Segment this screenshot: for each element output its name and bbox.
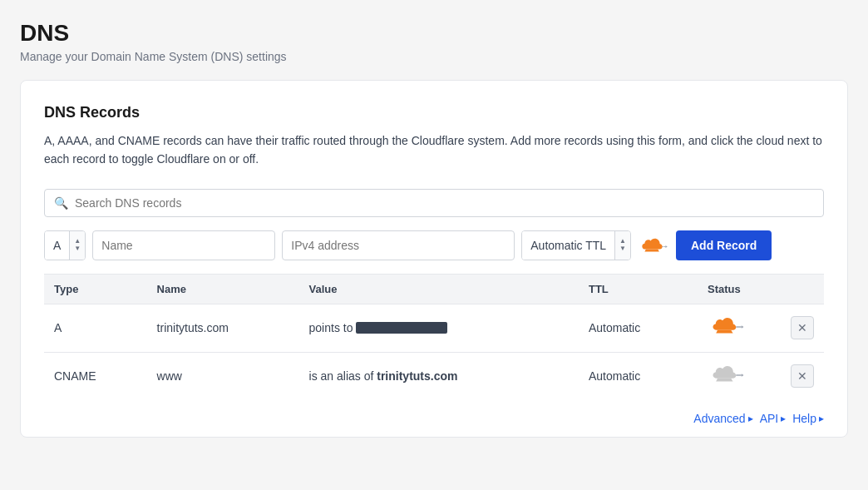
table-row: CNAMEwwwis an alias of trinitytuts.comAu… [44,352,824,400]
col-type: Type [44,274,147,304]
cell-type: CNAME [44,352,147,400]
delete-button[interactable]: ✕ [791,364,814,388]
cell-ttl: Automatic [579,304,698,352]
advanced-label: Advanced [693,412,745,425]
search-wrapper: 🔍 [44,189,824,217]
cell-name: www [147,352,299,400]
advanced-arrow: ▸ [748,413,753,424]
col-status: Status [698,274,781,304]
cell-name: trinitytuts.com [147,304,299,352]
help-link[interactable]: Help ▸ [792,412,824,425]
delete-button[interactable]: ✕ [791,316,814,339]
svg-marker-5 [742,374,744,377]
ttl-value: Automatic TTL [522,231,614,260]
card-description: A, AAAA, and CNAME records can have thei… [44,131,824,169]
proxy-cloud-toggle[interactable] [638,236,669,255]
dns-table: Type Name Value TTL Status Atrinitytuts.… [44,274,824,400]
value-text: trinitytuts.com [377,369,457,383]
dns-card: DNS Records A, AAAA, and CNAME records c… [20,80,848,438]
card-title: DNS Records [44,104,824,121]
proxy-cloud-orange[interactable] [708,316,771,340]
col-value: Value [299,274,579,304]
value-prefix: is an alias of [309,369,377,383]
help-arrow: ▸ [819,413,824,424]
ttl-arrow-down: ▼ [619,245,626,253]
col-action [781,274,824,304]
redacted-value [356,322,447,334]
ipv4-input[interactable] [282,230,515,260]
value-prefix: points to [309,321,357,334]
type-value: A [45,231,70,260]
cell-status[interactable] [698,304,781,352]
search-icon: 🔍 [54,196,68,210]
footer-links: Advanced ▸ API ▸ Help ▸ [44,400,824,437]
cell-value: points to [299,304,579,352]
type-arrows[interactable]: ▲ ▼ [70,231,85,260]
svg-marker-3 [742,325,744,329]
cell-delete: ✕ [781,304,824,352]
col-name: Name [147,274,299,304]
cell-status[interactable] [698,352,781,400]
table-row: Atrinitytuts.compoints to Automatic ✕ [44,304,824,352]
cell-type: A [44,304,147,352]
api-label: API [760,412,779,425]
cell-value: is an alias of trinitytuts.com [299,352,579,400]
type-arrow-down: ▼ [74,245,81,253]
ttl-select[interactable]: Automatic TTL ▲ ▼ [521,230,631,260]
cell-ttl: Automatic [579,352,698,400]
col-ttl: TTL [579,274,698,304]
add-record-row: A ▲ ▼ Automatic TTL ▲ ▼ [44,230,824,260]
type-select[interactable]: A ▲ ▼ [44,230,86,260]
api-arrow: ▸ [781,413,786,424]
ttl-arrows[interactable]: ▲ ▼ [614,231,630,260]
proxy-cloud-grey[interactable] [708,364,771,389]
name-input[interactable] [92,230,275,260]
page-title: DNS [20,20,848,47]
search-input[interactable] [44,189,824,217]
svg-marker-1 [665,245,667,248]
advanced-link[interactable]: Advanced ▸ [693,412,752,425]
help-label: Help [792,412,816,425]
add-record-button[interactable]: Add Record [676,230,772,260]
api-link[interactable]: API ▸ [760,412,787,425]
page-subtitle: Manage your Domain Name System (DNS) set… [20,50,848,63]
cell-delete: ✕ [781,352,824,400]
